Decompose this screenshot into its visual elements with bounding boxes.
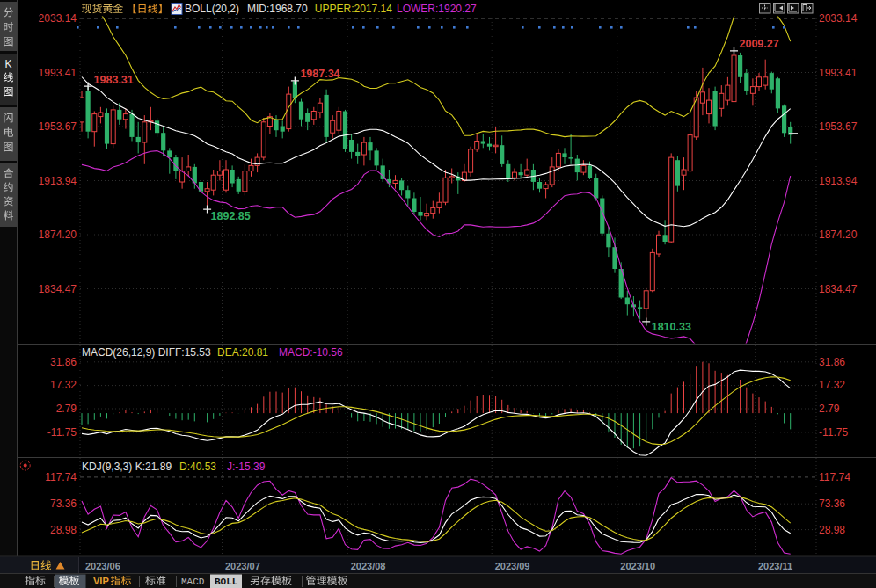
svg-text:2.79: 2.79 (56, 403, 77, 415)
svg-text:J:-15.39: J:-15.39 (227, 461, 266, 473)
svg-text:1983.31: 1983.31 (94, 74, 134, 86)
svg-text:1892.85: 1892.85 (211, 210, 251, 222)
svg-text:31.86: 31.86 (819, 356, 845, 368)
svg-text:BOLL: BOLL (215, 577, 238, 587)
svg-text:2023/10: 2023/10 (620, 561, 655, 571)
svg-text:UPPER:2017.14: UPPER:2017.14 (315, 3, 392, 15)
svg-text:2033.14: 2033.14 (39, 12, 77, 25)
svg-text:1874.20: 1874.20 (819, 229, 858, 241)
svg-text:117.74: 117.74 (819, 471, 850, 483)
svg-text:1993.41: 1993.41 (39, 67, 77, 79)
svg-text:1874.20: 1874.20 (39, 229, 77, 241)
svg-text:K: K (4, 58, 11, 70)
svg-text:1953.67: 1953.67 (39, 120, 77, 133)
svg-text:DEA:20.81: DEA:20.81 (217, 346, 268, 359)
svg-text:LOWER:1920.27: LOWER:1920.27 (397, 3, 477, 15)
svg-text:28.98: 28.98 (50, 524, 77, 536)
svg-text:2033.14: 2033.14 (819, 12, 858, 25)
svg-text:1987.34: 1987.34 (300, 68, 339, 80)
svg-text:31.86: 31.86 (50, 356, 77, 368)
svg-text:2023/08: 2023/08 (351, 561, 386, 571)
svg-text:2023/11: 2023/11 (758, 561, 792, 571)
svg-text:-11.75: -11.75 (47, 426, 77, 439)
svg-text:73.36: 73.36 (819, 497, 845, 510)
svg-text:1913.94: 1913.94 (39, 175, 77, 187)
svg-text:2023/09: 2023/09 (495, 561, 530, 571)
svg-text:117.74: 117.74 (45, 471, 77, 483)
svg-text:-11.75: -11.75 (819, 426, 848, 439)
svg-text:73.36: 73.36 (50, 497, 77, 510)
svg-text:28.98: 28.98 (819, 524, 845, 536)
svg-text:2.79: 2.79 (819, 403, 840, 415)
svg-text:1993.41: 1993.41 (819, 67, 858, 79)
svg-text:MACD:-10.56: MACD:-10.56 (279, 346, 343, 359)
svg-text:1810.33: 1810.33 (652, 321, 691, 333)
svg-text:1834.47: 1834.47 (39, 283, 77, 295)
svg-text:1913.94: 1913.94 (819, 175, 858, 187)
svg-text:MACD: MACD (181, 577, 205, 587)
svg-text:D:40.53: D:40.53 (179, 461, 216, 473)
svg-text:2023/06: 2023/06 (85, 561, 120, 571)
svg-text:2009.27: 2009.27 (740, 38, 779, 50)
svg-text:MACD(26,12,9) DIFF:15.53: MACD(26,12,9) DIFF:15.53 (82, 346, 211, 359)
svg-text:1953.67: 1953.67 (819, 120, 858, 133)
svg-text:MID:1968.70: MID:1968.70 (247, 3, 308, 15)
svg-text:KDJ(9,3,3) K:21.89: KDJ(9,3,3) K:21.89 (82, 461, 172, 473)
svg-text:BOLL(20,2): BOLL(20,2) (185, 3, 239, 15)
svg-text:17.32: 17.32 (819, 379, 845, 391)
svg-text:VIP: VIP (93, 576, 109, 586)
svg-text:1834.47: 1834.47 (819, 283, 858, 295)
svg-text:2023/07: 2023/07 (225, 561, 260, 571)
svg-text:17.32: 17.32 (50, 379, 77, 391)
